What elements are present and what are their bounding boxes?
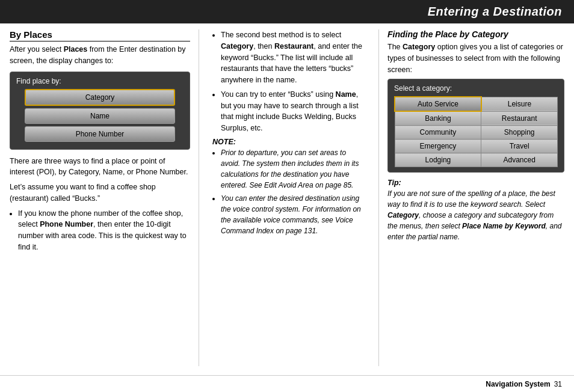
page-footer: Navigation System 31 bbox=[0, 375, 574, 392]
right-intro: The Category option gives you a list of … bbox=[387, 41, 564, 75]
tip-text: If you are not sure of the spelling of a… bbox=[387, 188, 564, 242]
left-para2: Let’s assume you want to find a coffee s… bbox=[10, 182, 190, 204]
middle-bullet-list: The second best method is to select Cate… bbox=[212, 29, 365, 134]
widget-btn-phone[interactable]: Phone Number bbox=[25, 126, 175, 142]
col-divider-2 bbox=[378, 29, 379, 366]
cat-cell[interactable]: Advanced bbox=[481, 153, 558, 167]
widget-title: Find place by: bbox=[16, 77, 184, 85]
list-item: If you know the phone number of the coff… bbox=[18, 208, 190, 253]
page-content: By Places After you select Places from t… bbox=[0, 23, 574, 372]
footer-page-number: 31 bbox=[554, 380, 562, 388]
table-row: Lodging Advanced bbox=[395, 153, 558, 167]
find-place-widget: Find place by: Category Name Phone Numbe… bbox=[10, 72, 190, 150]
right-section-title: Finding the Place by Category bbox=[387, 29, 564, 39]
cat-cell[interactable]: Auto Service bbox=[395, 97, 481, 111]
cat-cell[interactable]: Shopping bbox=[481, 126, 558, 139]
widget-btn-name[interactable]: Name bbox=[25, 108, 175, 124]
cat-cell[interactable]: Leisure bbox=[481, 97, 558, 111]
col-divider-1 bbox=[199, 29, 199, 366]
widget-btn-category[interactable]: Category bbox=[25, 89, 175, 106]
list-item: You can try to enter “Bucks” using Name,… bbox=[221, 89, 365, 134]
cat-cell[interactable]: Emergency bbox=[395, 139, 481, 153]
table-row: Community Shopping bbox=[395, 126, 558, 139]
page-title: Entering a Destination bbox=[428, 5, 562, 18]
footer-nav-system: Navigation System bbox=[486, 380, 550, 388]
cat-cell[interactable]: Lodging bbox=[395, 153, 481, 167]
table-row: Emergency Travel bbox=[395, 139, 558, 153]
table-row: Banking Restaurant bbox=[395, 111, 558, 126]
cat-cell[interactable]: Travel bbox=[481, 139, 558, 153]
right-column: Finding the Place by Category The Catego… bbox=[387, 29, 564, 366]
cat-cell[interactable]: Community bbox=[395, 126, 481, 139]
list-item: Prior to departure, you can set areas to… bbox=[221, 147, 365, 191]
table-row: Auto Service Leisure bbox=[395, 97, 558, 111]
list-item: You can enter the desired destination us… bbox=[221, 193, 365, 236]
note-title: NOTE: bbox=[212, 138, 365, 146]
middle-column: The second best method is to select Cate… bbox=[208, 29, 370, 366]
left-section-title: By Places bbox=[10, 29, 190, 41]
left-column: By Places After you select Places from t… bbox=[10, 29, 190, 366]
category-widget-title: Select a category: bbox=[394, 84, 558, 93]
cat-cell[interactable]: Banking bbox=[395, 111, 481, 126]
left-para1: There are three ways to find a place or … bbox=[10, 156, 190, 179]
category-table: Auto Service Leisure Banking Restaurant … bbox=[394, 96, 558, 167]
left-intro-text: After you select Places from the Enter d… bbox=[10, 44, 190, 67]
note-list: Prior to departure, you can set areas to… bbox=[212, 147, 365, 236]
page-header: Entering a Destination bbox=[0, 0, 574, 23]
tip-title: Tip: bbox=[387, 179, 564, 187]
list-item: The second best method is to select Cate… bbox=[221, 29, 365, 86]
left-bullet-list: If you know the phone number of the coff… bbox=[10, 208, 190, 253]
category-widget: Select a category: Auto Service Leisure … bbox=[387, 79, 564, 173]
cat-cell[interactable]: Restaurant bbox=[481, 111, 558, 126]
